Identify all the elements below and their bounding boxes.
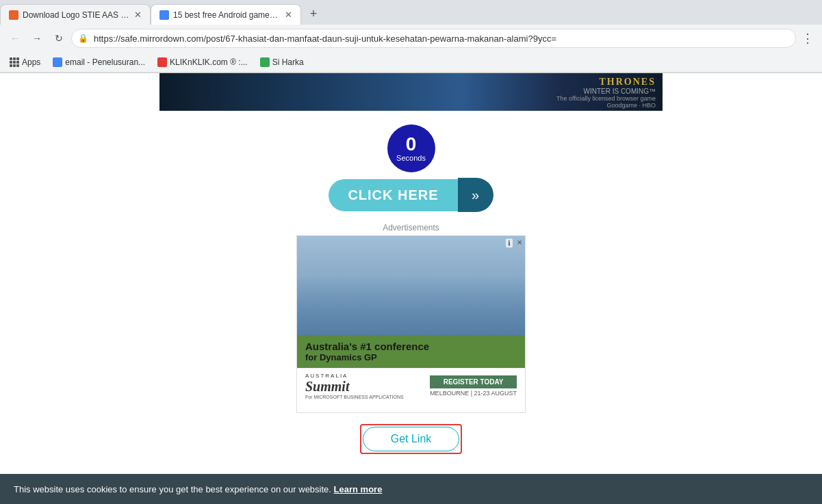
summit-australia: AUSTRALIA: [305, 373, 348, 379]
summit-tagline: For MICROSOFT BUSINESS APPLICATIONS: [305, 395, 404, 399]
bookmark-siharka-favicon: [260, 57, 270, 67]
ads-footer: AUSTRALIA Summit For MICROSOFT BUSINESS …: [297, 368, 525, 403]
back-button[interactable]: ←: [5, 29, 25, 48]
tab-2-favicon: [159, 10, 169, 20]
get-link-button-outer[interactable]: Get Link: [360, 424, 463, 454]
ads-image: ℹ ✕: [297, 236, 525, 335]
page-content: THRONES WINTER IS COMING™ The officially…: [0, 73, 822, 475]
timer-label: Seconds: [396, 154, 426, 162]
ads-conference-bg: [297, 236, 525, 335]
banner-tagline: The officially licensed browser game: [556, 95, 656, 102]
reload-button[interactable]: ↻: [49, 29, 68, 48]
bookmarks-bar: Apps email - Penelusuran... KLIKnKLIK.co…: [0, 52, 822, 72]
bookmark-siharka-label: Si Harka: [272, 57, 304, 67]
ads-section: Advertisements ℹ ✕ Australia's #1 confer…: [296, 223, 526, 413]
bookmark-apps-label: Apps: [22, 57, 40, 67]
ads-bottom-title: Australia's #1 conference: [305, 341, 517, 352]
forward-button[interactable]: →: [27, 29, 47, 48]
address-bar-wrap: 🔒: [71, 29, 796, 48]
banner-subtitle: WINTER IS COMING™: [556, 88, 656, 95]
bookmark-klik[interactable]: KLIKnKLIK.com ® :...: [153, 56, 252, 68]
ads-info-button[interactable]: ℹ: [506, 239, 513, 248]
click-here-arrow: »: [458, 178, 493, 212]
summit-logo: AUSTRALIA Summit For MICROSOFT BUSINESS …: [305, 373, 404, 399]
tab-1-close[interactable]: ✕: [134, 10, 142, 20]
ads-bottom-sub: for Dynamics GP: [305, 352, 517, 362]
timer-number: 0: [406, 135, 417, 154]
banner-text: THRONES WINTER IS COMING™ The officially…: [556, 77, 656, 109]
register-area: REGISTER TODAY MELBOURNE | 21-23 AUGUST: [430, 375, 517, 397]
apps-grid-icon: [10, 57, 19, 67]
register-date: MELBOURNE | 21-23 AUGUST: [430, 390, 517, 397]
ads-bottom: Australia's #1 conference for Dynamics G…: [297, 335, 525, 368]
cookie-learn-more[interactable]: Learn more: [334, 484, 383, 494]
banner: THRONES WINTER IS COMING™ The officially…: [159, 73, 663, 111]
ads-close-button[interactable]: ✕: [517, 239, 522, 246]
center-section: 0 Seconds CLICK HERE » Advertisements: [0, 111, 822, 461]
browser-chrome: Download Logo STIE AAS Suraka... ✕ 15 be…: [0, 0, 822, 73]
ads-label: Advertisements: [383, 223, 439, 233]
ads-box: ℹ ✕ Australia's #1 conference for Dynami…: [296, 235, 526, 413]
cookie-text: This website uses cookies to ensure you …: [14, 484, 331, 494]
bookmark-email-label: email - Penelusuran...: [65, 57, 145, 67]
bookmark-klik-label: KLIKnKLIK.com ® :...: [170, 57, 248, 67]
banner-brands: Goodgame · HBO: [556, 102, 656, 109]
banner-title: THRONES: [556, 77, 656, 88]
summit-name: Summit: [305, 379, 349, 395]
register-today-button[interactable]: REGISTER TODAY: [430, 375, 517, 388]
bookmark-email-favicon: [53, 57, 62, 67]
click-here-text: CLICK HERE: [329, 179, 457, 211]
cookie-banner: This website uses cookies to ensure you …: [0, 474, 822, 504]
bookmark-apps[interactable]: Apps: [5, 56, 44, 68]
click-here-button[interactable]: CLICK HERE »: [329, 178, 493, 212]
tab-2-title: 15 best free Android games of 2...: [173, 10, 281, 20]
menu-button[interactable]: ⋮: [799, 31, 817, 46]
tab-2[interactable]: 15 best free Android games of 2... ✕: [151, 4, 301, 25]
bookmark-siharka[interactable]: Si Harka: [256, 56, 308, 68]
nav-bar: ← → ↻ 🔒 ⋮: [0, 25, 822, 52]
tab-2-close[interactable]: ✕: [285, 10, 292, 20]
get-link-label: Get Link: [363, 427, 460, 451]
bookmark-email[interactable]: email - Penelusuran...: [49, 56, 149, 68]
bookmark-klik-favicon: [157, 57, 167, 67]
chevron-right-icon: »: [472, 187, 479, 203]
tab-1[interactable]: Download Logo STIE AAS Suraka... ✕: [0, 4, 151, 25]
address-bar[interactable]: [71, 29, 796, 48]
get-link-area: Get Link: [360, 424, 463, 454]
lock-icon: 🔒: [78, 34, 88, 43]
tab-1-title: Download Logo STIE AAS Suraka...: [23, 10, 130, 20]
new-tab-button[interactable]: +: [304, 4, 323, 23]
timer-circle: 0 Seconds: [387, 124, 435, 172]
tab-1-favicon: [9, 10, 18, 20]
tab-bar: Download Logo STIE AAS Suraka... ✕ 15 be…: [0, 0, 822, 25]
